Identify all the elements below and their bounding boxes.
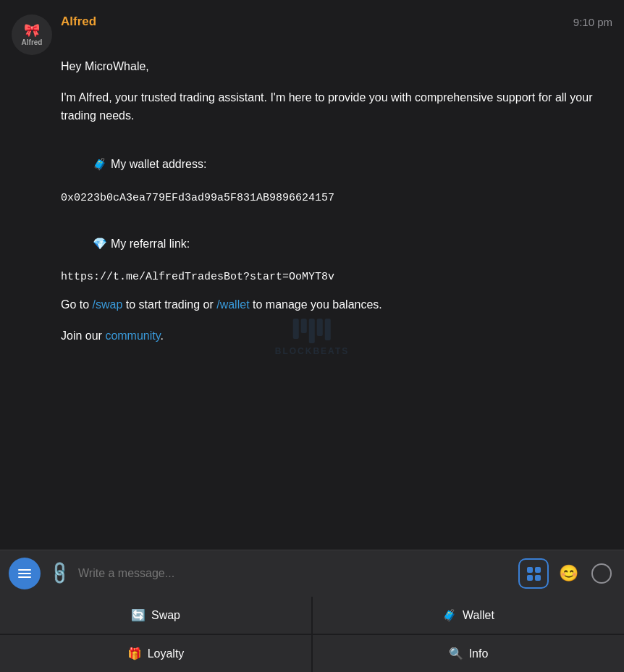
chat-area: 🎀 Alfred Alfred 9:10 pm Hey MicroWhale, … (0, 0, 624, 370)
loyalty-button[interactable]: 🎁 Loyalty (0, 635, 311, 672)
input-area: 🔗 😊 (0, 550, 624, 597)
referral-link-text: https://t.me/AlfredTradesBot?start=OoMYT… (61, 271, 612, 283)
cta-block: Go to /swap to start trading or /wallet … (61, 296, 612, 314)
watermark-text: BLOCKBEATS (275, 346, 349, 356)
avatar: 🎀 Alfred (12, 14, 52, 55)
intro-text: I'm Alfred, your trusted trading assista… (61, 89, 612, 125)
message-body: Hey MicroWhale, I'm Alfred, your trusted… (61, 58, 612, 345)
wallet-button[interactable]: 🧳 Wallet (313, 597, 624, 634)
community-text: Join our community. (61, 327, 612, 345)
emoji-button[interactable]: 😊 (555, 560, 582, 587)
intro-block: I'm Alfred, your trusted trading assista… (61, 89, 612, 125)
input-row: 🔗 😊 (9, 558, 615, 589)
community-block: Join our community. (61, 327, 612, 345)
menu-icon (18, 569, 31, 578)
wallet-link[interactable]: /wallet (216, 298, 249, 311)
emoji-icon: 😊 (559, 564, 578, 583)
message-input[interactable] (78, 567, 513, 580)
attach-button[interactable]: 🔗 (46, 560, 72, 587)
info-icon: 🔍 (449, 647, 463, 660)
greeting-text: Hey MicroWhale, (61, 58, 612, 76)
community-link[interactable]: community (105, 329, 160, 342)
loyalty-icon: 🎁 (127, 647, 142, 660)
referral-block: 💎 My referral link: https://t.me/AlfredT… (61, 217, 612, 283)
quick-actions: 🔄 Swap 🧳 Wallet 🎁 Loyalty 🔍 Info (0, 597, 624, 672)
grid-apps-button[interactable] (518, 558, 549, 589)
paperclip-icon: 🔗 (46, 560, 72, 587)
loyalty-label: Loyalty (148, 647, 185, 660)
info-button[interactable]: 🔍 Info (313, 635, 624, 672)
timestamp: 9:10 pm (573, 16, 612, 28)
camera-icon (591, 563, 612, 584)
swap-icon: 🔄 (131, 608, 146, 622)
menu-button[interactable] (9, 558, 41, 589)
camera-button[interactable] (588, 560, 615, 587)
wallet-icon: 🧳 (442, 608, 457, 622)
wallet-address: 0x0223b0cA3ea779EFd3ad99a5F831AB98966241… (61, 192, 612, 204)
sender-name: Alfred (61, 14, 96, 29)
wallet-label: Wallet (463, 609, 494, 622)
swap-label: Swap (151, 609, 180, 622)
wallet-block: 🧳 My wallet address: 0x0223b0cA3ea779EFd… (61, 138, 612, 203)
wallet-label: 🧳 My wallet address: (61, 138, 612, 191)
avatar-emoji: 🎀 (24, 24, 40, 37)
grid-icon (527, 567, 541, 581)
greeting-block: Hey MicroWhale, (61, 58, 612, 76)
cta-text: Go to /swap to start trading or /wallet … (61, 296, 612, 314)
swap-button[interactable]: 🔄 Swap (0, 597, 311, 634)
swap-link[interactable]: /swap (93, 298, 123, 311)
info-label: Info (469, 647, 489, 660)
message-header: 🎀 Alfred Alfred 9:10 pm (12, 14, 612, 55)
referral-label: 💎 My referral link: (61, 217, 612, 271)
